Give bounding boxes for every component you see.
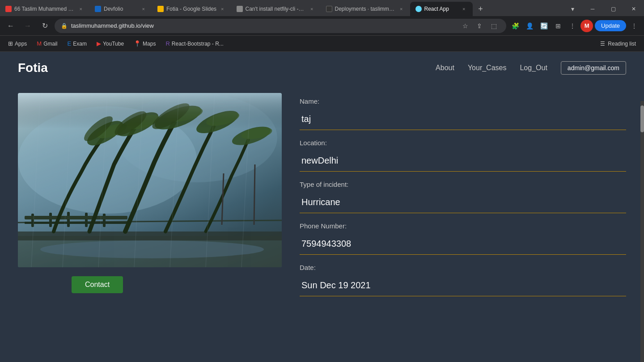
your-cases-link[interactable]: Your_Cases	[468, 64, 507, 72]
tab2-close[interactable]: ×	[140, 5, 147, 13]
scrollbar-thumb[interactable]	[640, 105, 644, 132]
settings-icon[interactable]: ⋮	[566, 20, 579, 32]
tab5-favicon	[326, 6, 332, 12]
about-link[interactable]: About	[436, 64, 454, 72]
location-field-group: Location: newDelhi	[300, 139, 626, 172]
url-actions: ☆ ⇪ ⬚	[459, 20, 500, 32]
close-button[interactable]: ✕	[623, 1, 644, 17]
update-button[interactable]: Update	[595, 20, 626, 31]
tab1-label: 66 Taslim Muhammed Moo...	[14, 6, 75, 12]
share-icon[interactable]: ⇪	[473, 20, 486, 32]
back-button[interactable]: ←	[4, 19, 18, 33]
phone-field-group: Phone Number: 7594943308	[300, 222, 626, 255]
sync-icon[interactable]: 🔄	[538, 20, 550, 32]
bookmark-exam[interactable]: E Exam	[63, 38, 91, 49]
phone-value: 7594943308	[300, 235, 626, 255]
tab1-close[interactable]: ×	[78, 5, 84, 13]
tab-4[interactable]: Can't install netfily-cli -g - S ×	[231, 2, 321, 16]
toolbar-actions: 🧩 👤 🔄 ⊞ ⋮ M Update ⋮	[509, 20, 640, 32]
bookmark-apps[interactable]: ⊞ Apps	[4, 38, 31, 49]
new-tab-button[interactable]: +	[475, 3, 487, 15]
svg-rect-13	[25, 222, 127, 224]
left-panel: Contact	[18, 93, 282, 305]
page-content: Fotia About Your_Cases Log_Out admin@gma…	[0, 52, 644, 362]
bookmark-react-bootstrap[interactable]: R React-Bootstrap - R...	[161, 38, 228, 49]
refresh-button[interactable]: ↻	[38, 19, 52, 33]
tab-list-button[interactable]: ▾	[566, 3, 579, 15]
tab-2[interactable]: Devfolio ×	[89, 2, 152, 16]
logout-link[interactable]: Log_Out	[520, 64, 547, 72]
tab4-close[interactable]: ×	[309, 5, 315, 13]
tab3-label: Fotia - Google Slides	[166, 6, 216, 12]
bookmark-gmail[interactable]: M Gmail	[32, 38, 62, 49]
date-label: Date:	[300, 264, 626, 271]
tab-6[interactable]: React App ×	[410, 2, 473, 16]
name-value: taj	[300, 110, 626, 130]
extensions-icon[interactable]: 🧩	[509, 20, 521, 32]
svg-rect-4	[18, 232, 282, 240]
bookmark-maps-label: Maps	[143, 41, 156, 47]
browser-window: 66 Taslim Muhammed Moo... × Devfolio × F…	[0, 0, 644, 362]
bookmark-star-icon[interactable]: ☆	[459, 20, 471, 32]
profile-avatar[interactable]: M	[580, 20, 593, 32]
minimize-button[interactable]: ─	[582, 1, 603, 17]
lock-icon: 🔒	[61, 23, 68, 29]
svg-rect-11	[103, 214, 106, 227]
puzzle-icon[interactable]: ⊞	[552, 20, 564, 32]
tab5-close[interactable]: ×	[398, 5, 404, 13]
maximize-button[interactable]: ▢	[603, 1, 623, 17]
svg-line-27	[222, 173, 224, 225]
incident-value: Hurricane	[300, 194, 626, 213]
tab6-close[interactable]: ×	[461, 5, 467, 13]
storm-trees-svg	[18, 93, 282, 267]
youtube-favicon: ▶	[97, 40, 101, 47]
bookmark-youtube-label: YouTube	[103, 41, 124, 47]
contact-button[interactable]: Contact	[72, 276, 123, 293]
svg-rect-10	[85, 213, 88, 227]
date-field-group: Date: Sun Dec 19 2021	[300, 264, 626, 296]
url-bar[interactable]: 🔒 taslimmuhammed.github.io/view ☆ ⇪ ⬚	[55, 19, 506, 33]
rb-favicon: R	[165, 40, 169, 47]
user-email-display: admin@gmail.com	[561, 61, 626, 75]
menu-button[interactable]: ⋮	[628, 20, 640, 32]
tab6-favicon	[415, 6, 422, 12]
bookmarks-bar: ⊞ Apps M Gmail E Exam ▶ YouTube 📍 Maps R…	[0, 36, 644, 52]
tab-3[interactable]: Fotia - Google Slides ×	[152, 2, 231, 16]
app-navbar: Fotia About Your_Cases Log_Out admin@gma…	[0, 52, 644, 84]
tab4-favicon	[237, 6, 243, 12]
address-bar: ← → ↻ 🔒 taslimmuhammed.github.io/view ☆ …	[0, 16, 644, 36]
tab3-favicon	[157, 6, 164, 12]
bookmark-maps[interactable]: 📍 Maps	[129, 38, 160, 49]
tab6-label: React App	[424, 6, 458, 12]
apps-favicon: ⊞	[8, 40, 13, 47]
profile-settings-icon[interactable]: 👤	[523, 20, 536, 32]
location-label: Location:	[300, 139, 626, 147]
main-content: Contact Name: taj Location: newDelhi Typ…	[0, 84, 644, 314]
incident-image	[18, 93, 282, 267]
incident-field-group: Type of incident: Hurricane	[300, 181, 626, 213]
scrollbar[interactable]	[640, 101, 644, 362]
phone-label: Phone Number:	[300, 222, 626, 230]
reading-list-button[interactable]: ☰ Reading list	[596, 39, 640, 49]
storm-canvas	[18, 93, 282, 267]
tab4-label: Can't install netfily-cli -g - S	[246, 6, 306, 12]
bookmark-rb-label: React-Bootstrap - R...	[172, 41, 224, 47]
tab5-label: Deployments · taslimmuha...	[335, 6, 396, 12]
tab-controls: ▾	[566, 3, 582, 15]
tab-bar: 66 Taslim Muhammed Moo... × Devfolio × F…	[0, 0, 644, 16]
name-field-group: Name: taj	[300, 97, 626, 130]
url-text: taslimmuhammed.github.io/view	[71, 22, 455, 29]
forward-button[interactable]: →	[21, 19, 35, 33]
screenshot-icon[interactable]: ⬚	[487, 20, 500, 32]
date-value: Sun Dec 19 2021	[300, 277, 626, 296]
svg-line-28	[254, 164, 255, 225]
bookmark-apps-label: Apps	[15, 41, 27, 47]
tab-1[interactable]: 66 Taslim Muhammed Moo... ×	[0, 2, 89, 16]
svg-rect-29	[18, 93, 282, 129]
incident-label: Type of incident:	[300, 181, 626, 188]
bookmark-gmail-label: Gmail	[43, 41, 57, 47]
reading-list-label: Reading list	[608, 41, 636, 47]
tab3-close[interactable]: ×	[219, 5, 225, 13]
tab-5[interactable]: Deployments · taslimmuha... ×	[321, 2, 410, 16]
bookmark-youtube[interactable]: ▶ YouTube	[92, 38, 128, 49]
